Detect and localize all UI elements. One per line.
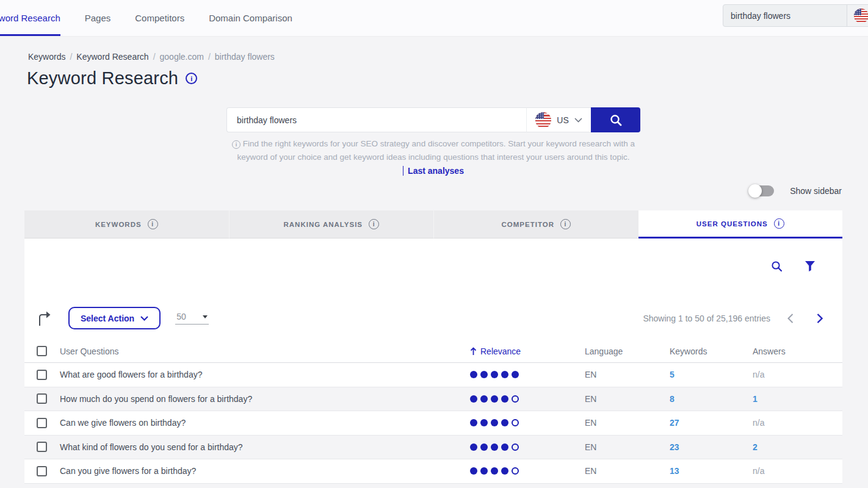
export-button[interactable] [38,310,51,326]
nav-item-label: Domain Comparison [209,13,292,23]
dot-filled-icon [470,419,477,426]
table-search-button[interactable] [771,260,783,272]
relevance-dots [470,371,585,378]
table-row: What kind of flowers do you send for a b… [24,436,842,460]
tab-ranking-analysis[interactable]: RANKING ANALYSIS i [229,210,434,239]
col-user-questions[interactable]: User Questions [60,346,470,356]
keyword-search-bar: US [226,107,640,132]
us-flag-icon [535,112,551,128]
nav-country-selector[interactable] [847,5,868,26]
breadcrumb-item-keyword: birthday flowers [215,52,275,62]
keywords-link[interactable]: 23 [670,442,753,452]
country-selector[interactable]: US [526,107,591,132]
dot-filled-icon [491,443,498,451]
answers-cell[interactable]: 1 [753,394,842,404]
results-card: KEYWORDS i RANKING ANALYSIS i COMPETITOR… [24,210,842,488]
keywords-link[interactable]: 5 [670,370,753,379]
keywords-link[interactable]: 8 [670,394,753,404]
tab-info-icon[interactable]: i [369,219,379,229]
row-checkbox[interactable] [37,370,47,380]
title-info-icon[interactable]: i [186,73,197,84]
breadcrumb-item-keyword-research[interactable]: Keyword Research [76,52,148,62]
nav-item-competitors[interactable]: Competitors [135,0,184,36]
filter-button[interactable] [805,260,816,272]
language-cell: EN [585,466,670,476]
dot-filled-icon [501,395,508,403]
search-icon [609,113,623,127]
answers-cell: n/a [753,466,842,476]
keywords-link[interactable]: 27 [670,418,753,428]
sidebar-toggle[interactable] [750,185,774,196]
dot-filled-icon [470,467,477,475]
tab-label: COMPETITOR [502,221,554,228]
prev-page-button[interactable] [787,314,794,323]
tab-info-icon[interactable]: i [774,218,784,229]
sort-arrow-up-icon [470,347,477,356]
nav-item-label: Competitors [135,13,184,23]
tab-info-icon[interactable]: i [148,219,158,229]
relevance-dots [470,467,585,475]
table-row-partial [24,484,842,488]
nav-items: Keyword Research Pages Competitors Domai… [0,0,292,36]
top-nav: Keyword Research Pages Competitors Domai… [0,0,868,37]
breadcrumb-separator: / [70,52,72,62]
next-page-button[interactable] [817,314,823,323]
col-relevance[interactable]: Relevance [470,346,585,356]
answers-cell: n/a [753,418,842,428]
breadcrumb-item-domain[interactable]: google.com [160,52,204,62]
row-checkbox[interactable] [37,466,47,476]
row-checkbox[interactable] [37,418,47,428]
nav-item-keyword-research[interactable]: Keyword Research [0,0,60,36]
tab-user-questions[interactable]: USER QUESTIONS i [638,210,843,239]
row-checkbox[interactable] [37,442,47,452]
question-text: What kind of flowers do you send for a b… [60,442,470,452]
language-cell: EN [585,370,670,379]
keywords-link[interactable]: 13 [670,466,753,476]
entries-count: Showing 1 to 50 of 25,196 entries [643,314,770,323]
chevron-right-icon [817,314,823,323]
tab-label: KEYWORDS [95,221,142,228]
dot-empty-icon [512,467,519,475]
nav-item-domain-comparison[interactable]: Domain Comparison [209,0,292,36]
table-row: How much do you spend on flowers for a b… [24,387,842,412]
last-analyses-link[interactable]: Last analyses [403,166,464,176]
nav-item-pages[interactable]: Pages [85,0,111,36]
export-arrow-icon [38,310,51,326]
answers-cell[interactable]: 2 [753,442,842,452]
select-action-button[interactable]: Select Action [68,307,161,329]
tab-bar: KEYWORDS i RANKING ANALYSIS i COMPETITOR… [24,210,842,239]
dot-empty-icon [512,443,519,451]
nav-search-input[interactable] [723,11,847,21]
chevron-down-icon [574,118,582,123]
search-description-text: Find the right keywords for your SEO str… [237,139,635,162]
dot-filled-icon [470,371,477,378]
nav-search-box [723,4,868,27]
question-text: What are good flowers for a birthday? [60,370,470,379]
breadcrumb: Keywords / Keyword Research / google.com… [28,52,275,62]
col-keywords[interactable]: Keywords [670,346,753,356]
relevance-dots [470,395,585,403]
row-checkbox[interactable] [37,393,47,404]
dot-empty-icon [512,419,519,426]
sidebar-toggle-label: Show sidebar [790,186,842,196]
language-cell: EN [585,418,670,428]
language-cell: EN [585,394,670,404]
nav-item-label: Pages [85,13,111,23]
select-all-checkbox[interactable] [37,346,47,356]
tab-keywords[interactable]: KEYWORDS i [24,210,229,239]
tab-label: USER QUESTIONS [696,220,768,228]
col-language[interactable]: Language [585,346,670,356]
breadcrumb-separator: / [208,52,211,62]
keyword-search-input[interactable] [226,107,526,132]
breadcrumb-separator: / [153,52,156,62]
page-size-select[interactable]: 50 [175,312,209,325]
col-answers[interactable]: Answers [753,346,842,356]
country-code: US [557,115,568,125]
tab-competitor[interactable]: COMPETITOR i [433,210,638,239]
relevance-dots [470,419,585,426]
breadcrumb-item-keywords[interactable]: Keywords [28,52,65,62]
col-label: Relevance [480,346,521,356]
page-size-value: 50 [176,312,186,321]
tab-info-icon[interactable]: i [560,219,571,229]
search-button[interactable] [591,107,640,132]
